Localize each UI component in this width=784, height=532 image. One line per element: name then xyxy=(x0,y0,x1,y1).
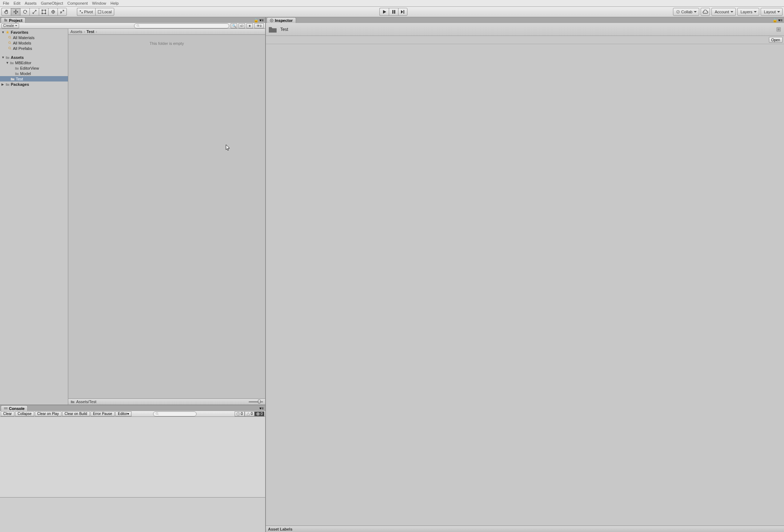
rect-tool[interactable] xyxy=(39,8,48,16)
search-icon xyxy=(8,46,12,50)
panel-options[interactable]: 🔒 ▾≡ xyxy=(773,18,783,23)
svg-rect-11 xyxy=(403,10,404,14)
panel-options[interactable]: 🔒 ▾≡ xyxy=(254,18,264,23)
console-search[interactable] xyxy=(153,411,197,416)
rotate-tool[interactable] xyxy=(20,8,29,16)
folder-icon xyxy=(10,61,14,65)
play-button[interactable] xyxy=(379,8,389,16)
star-icon xyxy=(5,30,10,34)
error-count[interactable]: !0 xyxy=(254,411,264,416)
filter-type-button[interactable]: 🔍 xyxy=(231,23,237,28)
hidden-packages-button[interactable]: 👁9 xyxy=(254,23,264,28)
cursor-icon xyxy=(226,144,231,151)
folder-footer: Assets/Test xyxy=(68,398,265,405)
inspector-title: Test xyxy=(280,27,773,32)
menu-window[interactable]: Window xyxy=(90,1,108,5)
menu-bar: File Edit Assets GameObject Component Wi… xyxy=(0,0,784,6)
tree-model[interactable]: Model xyxy=(0,71,68,76)
inspector-icon xyxy=(270,19,273,22)
hand-tool[interactable] xyxy=(1,8,11,16)
open-button[interactable]: Open xyxy=(769,37,783,43)
folder-content[interactable]: This folder is empty xyxy=(68,35,265,398)
project-tab[interactable]: Project xyxy=(1,17,26,23)
svg-point-15 xyxy=(137,24,139,26)
info-count[interactable]: !0 xyxy=(235,411,245,416)
menu-icon[interactable]: ▾≡ xyxy=(778,18,783,23)
asset-labels-header[interactable]: Asset Labels xyxy=(266,526,784,532)
svg-text:!: ! xyxy=(238,412,239,415)
inspector-tab-row: Inspector 🔒 ▾≡ xyxy=(266,17,784,23)
save-search-button[interactable]: ★ xyxy=(246,23,253,28)
search-icon xyxy=(156,412,159,415)
error-pause-button[interactable]: Error Pause xyxy=(91,411,115,416)
console-tab[interactable]: Console xyxy=(1,405,28,411)
search-icon xyxy=(137,24,140,27)
menu-edit[interactable]: Edit xyxy=(11,1,23,5)
svg-rect-19 xyxy=(4,407,8,408)
inspector-tab[interactable]: Inspector xyxy=(267,17,296,23)
svg-rect-6 xyxy=(80,10,81,11)
project-tree[interactable]: ▼ Favorites All Materials All Models xyxy=(0,29,68,405)
lock-icon[interactable]: 🔒 xyxy=(254,18,259,23)
pivot-toggle[interactable]: Pivot xyxy=(77,8,95,16)
folder-icon xyxy=(70,400,75,403)
search-input[interactable] xyxy=(141,24,227,28)
collapse-button[interactable]: Collapse xyxy=(15,411,34,416)
filter-label-button[interactable]: 🏷 xyxy=(239,23,245,28)
editor-dropdown[interactable]: Editor ▾ xyxy=(115,411,132,416)
crumb-assets[interactable]: Assets xyxy=(70,29,82,34)
account-dropdown[interactable]: Account xyxy=(711,8,736,16)
search-icon xyxy=(8,41,12,45)
transform-tool[interactable] xyxy=(48,8,57,16)
menu-gameobject[interactable]: GameObject xyxy=(39,1,65,5)
local-toggle[interactable]: Local xyxy=(95,8,114,16)
cloud-button[interactable] xyxy=(701,8,710,16)
project-search[interactable] xyxy=(134,23,229,28)
console-detail-area[interactable] xyxy=(0,497,265,532)
svg-point-18 xyxy=(8,47,10,49)
menu-icon[interactable]: ▾≡ xyxy=(259,18,264,23)
folder-icon xyxy=(10,77,15,81)
layout-dropdown[interactable]: Layout xyxy=(761,8,783,16)
assetbundle-icon[interactable] xyxy=(776,27,781,32)
menu-icon[interactable]: ▾≡ xyxy=(259,406,264,411)
tree-mbeditor[interactable]: ▼ MBEditor xyxy=(0,60,68,65)
scale-tool[interactable] xyxy=(29,8,39,16)
pause-button[interactable] xyxy=(389,8,398,16)
collab-dropdown[interactable]: Collab xyxy=(673,8,699,16)
packages-header[interactable]: ▶ Packages xyxy=(0,81,68,87)
tree-test[interactable]: Test xyxy=(0,76,68,81)
warn-count[interactable]: 0 xyxy=(245,411,255,416)
svg-point-12 xyxy=(677,10,679,13)
fav-all-models[interactable]: All Models xyxy=(0,40,68,46)
menu-file[interactable]: File xyxy=(1,1,11,5)
clear-on-build-button[interactable]: Clear on Build xyxy=(62,411,90,416)
move-tool[interactable] xyxy=(11,8,20,16)
thumbnail-size-slider[interactable] xyxy=(249,401,263,402)
assets-header[interactable]: ▼ Assets xyxy=(0,55,68,60)
step-button[interactable] xyxy=(398,8,407,16)
svg-point-16 xyxy=(8,36,10,38)
folder-icon xyxy=(5,83,10,86)
menu-component[interactable]: Component xyxy=(65,1,90,5)
search-icon xyxy=(8,36,12,39)
layers-dropdown[interactable]: Layers xyxy=(737,8,759,16)
menu-help[interactable]: Help xyxy=(108,1,121,5)
svg-rect-29 xyxy=(778,28,780,31)
panel-options[interactable]: ▾≡ xyxy=(259,406,264,411)
fav-all-prefabs[interactable]: All Prefabs xyxy=(0,46,68,51)
crumb-test[interactable]: Test xyxy=(87,29,94,34)
menu-assets[interactable]: Assets xyxy=(23,1,39,5)
svg-rect-20 xyxy=(4,409,8,409)
breadcrumb[interactable]: Assets › Test › xyxy=(68,29,265,35)
clear-on-play-button[interactable]: Clear on Play xyxy=(35,411,61,416)
create-dropdown[interactable]: Create xyxy=(1,23,19,28)
inspector-header: Test xyxy=(266,23,784,36)
tree-editorview[interactable]: EditorView xyxy=(0,65,68,71)
console-log-area[interactable] xyxy=(0,417,265,497)
clear-button[interactable]: Clear xyxy=(1,411,14,416)
lock-icon[interactable]: 🔒 xyxy=(773,18,778,23)
custom-tool[interactable] xyxy=(57,8,67,16)
fav-all-materials[interactable]: All Materials xyxy=(0,35,68,40)
favorites-header[interactable]: ▼ Favorites xyxy=(0,29,68,35)
